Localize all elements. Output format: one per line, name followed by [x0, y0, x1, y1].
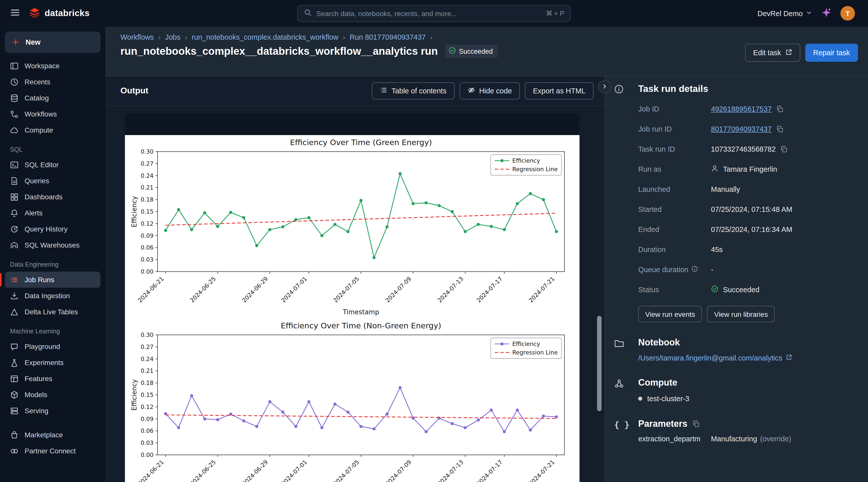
- sidebar-item-delta-live-tables[interactable]: Delta Live Tables: [5, 304, 100, 320]
- sidebar-label: Recents: [25, 78, 51, 86]
- svg-text:0.30: 0.30: [141, 148, 154, 155]
- user-avatar[interactable]: T: [840, 6, 855, 21]
- repair-task-button[interactable]: Repair task: [805, 44, 858, 62]
- sidebar-label: Partner Connect: [25, 447, 76, 455]
- chevron-right-icon: [601, 83, 608, 91]
- chat-icon: [10, 342, 19, 351]
- sidebar-label: Marketplace: [25, 431, 63, 439]
- sidebar-item-recents[interactable]: Recents: [5, 74, 100, 90]
- table-icon: [10, 374, 19, 383]
- parameter-row: extraction_departm Manufacturing (overri…: [638, 435, 858, 443]
- sidebar-item-partner-connect[interactable]: Partner Connect: [5, 443, 100, 459]
- scrollbar-thumb[interactable]: [597, 316, 601, 411]
- detail-label: Ended: [638, 225, 711, 233]
- body-split: Output Table of contents Hide code: [105, 76, 868, 482]
- sidebar-item-workspace[interactable]: Workspace: [5, 58, 100, 74]
- svg-text:0.03: 0.03: [141, 440, 154, 446]
- sidebar-item-compute[interactable]: Compute: [5, 122, 100, 138]
- job-run-id-link[interactable]: 801770940937437: [711, 125, 772, 133]
- sidebar-item-queries[interactable]: Queries: [5, 173, 100, 189]
- sidebar-item-sql-warehouses[interactable]: SQL Warehouses: [5, 237, 100, 253]
- copy-icon[interactable]: [780, 145, 788, 153]
- collapse-panel-button[interactable]: [598, 80, 611, 93]
- database-icon: [10, 94, 19, 102]
- list-icon: [380, 86, 388, 95]
- databricks-logo-link[interactable]: databricks: [29, 7, 90, 20]
- external-link-icon: [785, 49, 792, 57]
- task-run-id-value: 1073327463568782: [711, 145, 776, 153]
- sparkle-icon: [822, 7, 831, 19]
- run-as-value: Tamara Fingerlin: [723, 165, 777, 173]
- warehouse-icon: [10, 241, 19, 249]
- global-search[interactable]: ⌘ + P: [297, 5, 571, 22]
- svg-text:Efficiency: Efficiency: [130, 379, 138, 410]
- sidebar-item-job-runs[interactable]: Job Runs: [5, 272, 100, 288]
- marketplace-icon: [10, 430, 19, 439]
- sidebar-item-alerts[interactable]: Alerts: [5, 205, 100, 221]
- page-title: run_notebooks_complex__databricks_workfl…: [120, 45, 438, 57]
- notebook-path-link[interactable]: /Users/tamara.fingerlin@gmail.com/analyt…: [638, 354, 792, 362]
- parameters-title: Parameters: [638, 419, 687, 429]
- search-input[interactable]: [316, 9, 541, 17]
- svg-text:0.30: 0.30: [141, 332, 154, 338]
- sidebar-item-catalog[interactable]: Catalog: [5, 90, 100, 106]
- sidebar-item-features[interactable]: Features: [5, 371, 100, 387]
- new-label: New: [26, 38, 41, 46]
- cloud-icon: [10, 126, 19, 134]
- hamburger-menu-button[interactable]: [10, 7, 20, 19]
- view-run-events-button[interactable]: View run events: [638, 306, 702, 322]
- sidebar-item-dashboards[interactable]: Dashboards: [5, 189, 100, 205]
- bell-icon: [10, 208, 19, 217]
- assistant-button[interactable]: [822, 7, 831, 19]
- detail-row-job-id: Job ID 492618895617537: [638, 99, 858, 119]
- databricks-logo-icon: [29, 7, 40, 20]
- job-runs-icon: [10, 275, 19, 284]
- sidebar-section-sql: SQL: [5, 146, 100, 153]
- copy-icon[interactable]: [692, 420, 700, 428]
- ingestion-icon: [10, 291, 19, 300]
- sidebar-item-marketplace[interactable]: Marketplace: [5, 427, 100, 443]
- sidebar-item-sql-editor[interactable]: SQL Editor: [5, 157, 100, 173]
- breadcrumb-run-id[interactable]: Run 801770940937437: [350, 33, 426, 41]
- sidebar-item-workflows[interactable]: Workflows: [5, 106, 100, 122]
- check-circle-icon: [448, 47, 456, 56]
- copy-icon[interactable]: [776, 105, 784, 113]
- status-badge: Succeeded: [445, 45, 498, 58]
- sidebar-item-data-ingestion[interactable]: Data Ingestion: [5, 288, 100, 304]
- svg-text:Efficiency: Efficiency: [512, 341, 540, 347]
- breadcrumb-workflows[interactable]: Workflows: [120, 33, 154, 41]
- detail-row-launched: Launched Manually: [638, 179, 858, 199]
- sidebar-item-experiments[interactable]: Experiments: [5, 355, 100, 371]
- view-run-libraries-button[interactable]: View run libraries: [707, 306, 775, 322]
- details-buttons: View run events View run libraries: [638, 306, 858, 322]
- copy-icon[interactable]: [776, 125, 784, 133]
- svg-text:0.24: 0.24: [141, 172, 154, 179]
- new-button[interactable]: New: [5, 32, 100, 53]
- cluster-row[interactable]: test-cluster-3: [638, 395, 858, 403]
- sidebar-label: Data Ingestion: [25, 292, 70, 300]
- detail-label: Status: [638, 286, 711, 294]
- workspace-switcher[interactable]: DevRel Demo: [757, 9, 812, 17]
- server-icon: [10, 406, 19, 415]
- export-html-button[interactable]: Export as HTML: [525, 82, 594, 100]
- output-panel: Output Table of contents Hide code: [105, 76, 604, 482]
- edit-task-button[interactable]: Edit task: [745, 44, 800, 62]
- info-icon: [691, 265, 698, 274]
- sidebar-item-playground[interactable]: Playground: [5, 338, 100, 355]
- sidebar-label: Workspace: [25, 62, 60, 70]
- detail-row-status: Status Succeeded: [638, 280, 858, 300]
- plus-icon: [11, 38, 20, 46]
- job-id-link[interactable]: 492618895617537: [711, 105, 772, 113]
- svg-text:0.03: 0.03: [141, 256, 154, 263]
- sidebar: New Workspace Recents Catalog Workflows …: [0, 27, 105, 482]
- sidebar-item-query-history[interactable]: Query History: [5, 221, 100, 237]
- sidebar-item-models[interactable]: Models: [5, 387, 100, 403]
- detail-label: Job run ID: [638, 125, 711, 133]
- table-of-contents-button[interactable]: Table of contents: [372, 82, 455, 100]
- breadcrumb-job-name[interactable]: run_notebooks_complex.databricks_workflo…: [192, 33, 338, 41]
- sidebar-label: Workflows: [25, 110, 57, 118]
- hide-code-button[interactable]: Hide code: [460, 82, 520, 100]
- search-icon: [304, 8, 312, 18]
- sidebar-item-serving[interactable]: Serving: [5, 403, 100, 419]
- breadcrumb-jobs[interactable]: Jobs: [165, 33, 180, 41]
